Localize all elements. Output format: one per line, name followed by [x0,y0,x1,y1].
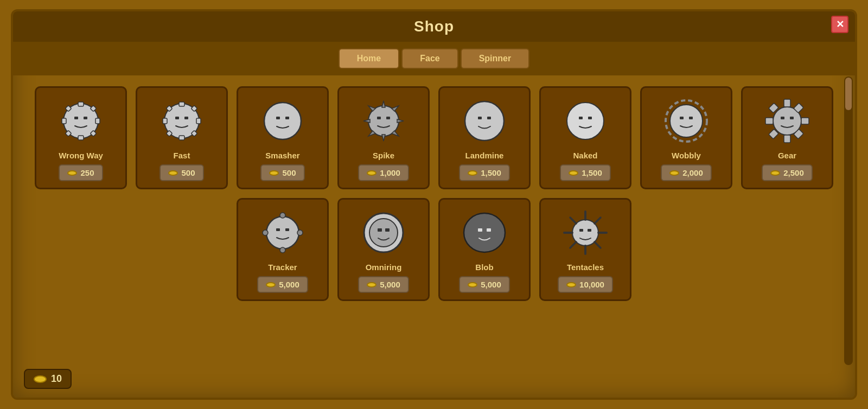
item-smasher[interactable]: Smasher 500 [237,86,329,189]
svg-point-59 [280,247,285,253]
svg-rect-9 [74,117,78,119]
svg-point-22 [264,103,301,139]
wobbly-name: Wobbly [672,151,701,160]
svg-marker-29 [397,119,404,123]
svg-rect-47 [784,99,790,107]
omniring-icon [359,208,408,257]
svg-rect-35 [386,117,390,119]
svg-rect-69 [478,228,482,232]
scrollbar-thumb[interactable] [845,78,852,110]
shop-dialog: Shop ✕ Home Face Spinner [11,9,857,400]
blob-price-value: 5,000 [481,280,501,289]
nav-bar: Home Face Spinner [13,42,855,75]
item-naked[interactable]: Naked 1,500 [539,86,631,189]
svg-rect-20 [175,117,179,119]
wrong-way-name: Wrong Way [59,151,103,160]
svg-rect-56 [790,117,794,119]
svg-rect-44 [680,117,684,119]
svg-rect-63 [285,228,289,231]
omniring-name: Omniring [366,263,402,272]
gear-price-value: 2,500 [783,168,804,177]
tracker-name: Tracker [268,263,297,272]
coin-icon [367,282,376,287]
svg-rect-34 [377,117,381,119]
svg-rect-13 [179,136,184,140]
svg-point-61 [297,230,303,235]
item-blob[interactable]: Blob 5,000 [438,198,531,301]
svg-point-65 [369,219,398,247]
wrong-way-price: 250 [59,164,103,181]
svg-rect-62 [276,228,280,231]
item-spike[interactable]: Spike 1,000 [337,86,430,189]
wobbly-price-value: 2,000 [682,168,703,177]
svg-point-57 [266,216,299,249]
items-area: Wrong Way 250 [13,75,855,321]
svg-line-78 [570,242,576,248]
blob-name: Blob [475,263,493,272]
svg-rect-70 [487,228,491,232]
svg-line-77 [595,218,601,223]
spike-price: 1,000 [358,164,409,181]
svg-point-68 [464,213,505,252]
close-button[interactable]: ✕ [831,16,848,33]
svg-rect-40 [579,117,583,119]
items-row-2: Tracker 5,000 Omniring 5,000 [35,198,833,301]
smasher-price-value: 500 [282,168,296,177]
gear-icon [763,97,812,145]
svg-rect-23 [276,117,280,119]
smasher-icon [258,97,307,145]
item-wobbly[interactable]: Wobbly 2,000 [640,86,732,189]
svg-rect-37 [478,117,482,119]
fast-name: Fast [174,151,190,160]
coin-icon [468,170,477,176]
svg-marker-26 [382,101,385,107]
item-tentacles[interactable]: Tentacles 10,000 [539,198,631,301]
wrong-way-price-value: 250 [80,168,94,177]
wrong-way-icon [56,97,105,145]
coin-icon [566,282,576,287]
fast-icon [157,97,206,145]
omniring-price: 5,000 [358,276,409,293]
item-gear[interactable]: Gear 2,500 [741,86,833,189]
item-fast[interactable]: Fast 500 [136,86,228,189]
svg-rect-41 [588,117,592,119]
svg-rect-55 [781,117,784,119]
spike-price-value: 1,000 [380,168,400,177]
landmine-name: Landmine [465,151,504,160]
svg-rect-4 [95,118,100,124]
tab-face[interactable]: Face [401,48,458,69]
landmine-price-value: 1,500 [481,168,501,177]
tentacles-name: Tentacles [567,263,604,272]
tracker-price-value: 5,000 [279,280,299,289]
naked-icon [561,97,610,145]
tab-home[interactable]: Home [339,48,399,69]
item-wrong-way[interactable]: Wrong Way 250 [35,86,127,189]
spike-name: Spike [373,151,394,160]
scrollbar[interactable] [844,76,853,365]
smasher-name: Smasher [265,151,299,160]
svg-line-76 [570,218,576,223]
svg-rect-10 [84,117,87,119]
coin-icon [669,170,679,176]
item-landmine[interactable]: Landmine 1,500 [438,86,531,189]
item-omniring[interactable]: Omniring 5,000 [337,198,430,301]
landmine-price: 1,500 [459,164,510,181]
wobbly-icon [662,97,711,145]
svg-rect-50 [801,118,809,124]
coin-icon [569,170,578,176]
coin-icon [168,170,178,176]
item-tracker[interactable]: Tracker 5,000 [237,198,329,301]
tab-spinner[interactable]: Spinner [461,48,530,69]
spike-icon [359,97,408,145]
coin-icon [67,170,77,176]
wobbly-price: 2,000 [661,164,712,181]
naked-price: 1,500 [560,164,611,181]
svg-rect-14 [163,118,167,124]
svg-rect-66 [378,228,382,232]
svg-rect-49 [765,118,773,124]
gear-price: 2,500 [762,164,813,181]
blob-icon [460,208,509,257]
svg-point-39 [567,103,604,139]
coin-icon [269,170,279,176]
svg-rect-38 [487,117,491,119]
